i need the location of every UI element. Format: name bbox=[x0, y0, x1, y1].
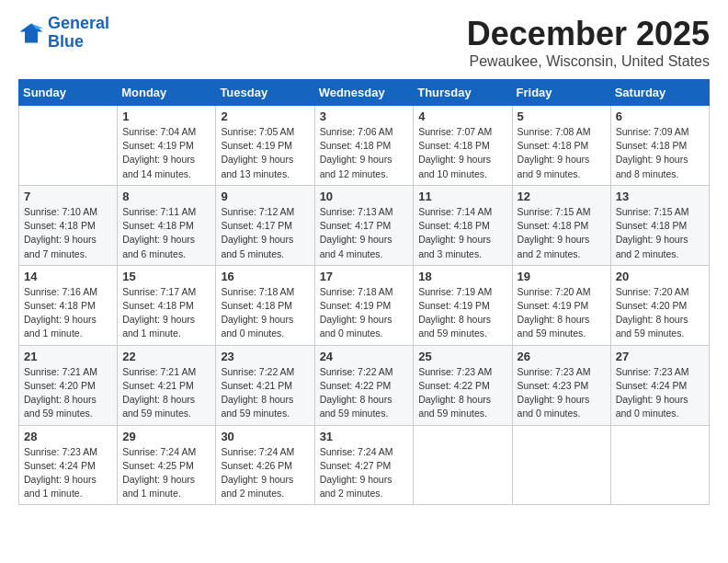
day-info: Sunrise: 7:04 AMSunset: 4:19 PMDaylight:… bbox=[122, 125, 210, 181]
day-number: 8 bbox=[122, 190, 210, 203]
day-info: Sunrise: 7:14 AMSunset: 4:18 PMDaylight:… bbox=[418, 205, 506, 261]
day-info: Sunrise: 7:20 AMSunset: 4:19 PMDaylight:… bbox=[518, 285, 606, 341]
day-number: 12 bbox=[518, 190, 606, 203]
calendar-cell: 31Sunrise: 7:24 AMSunset: 4:27 PMDayligh… bbox=[314, 425, 414, 505]
day-info: Sunrise: 7:24 AMSunset: 4:26 PMDaylight:… bbox=[221, 445, 309, 501]
day-number: 5 bbox=[518, 109, 606, 123]
day-number: 4 bbox=[418, 109, 506, 123]
day-info: Sunrise: 7:10 AMSunset: 4:18 PMDaylight:… bbox=[24, 205, 112, 261]
day-number: 24 bbox=[320, 350, 409, 363]
calendar-cell: 30Sunrise: 7:24 AMSunset: 4:26 PMDayligh… bbox=[216, 425, 314, 505]
calendar-day-header: Tuesday bbox=[216, 80, 314, 106]
calendar-week-row: 1Sunrise: 7:04 AMSunset: 4:19 PMDaylight… bbox=[19, 106, 710, 186]
day-info: Sunrise: 7:24 AMSunset: 4:27 PMDaylight:… bbox=[320, 445, 409, 501]
day-info: Sunrise: 7:21 AMSunset: 4:21 PMDaylight:… bbox=[122, 365, 210, 421]
calendar-cell: 21Sunrise: 7:21 AMSunset: 4:20 PMDayligh… bbox=[19, 345, 118, 425]
day-number: 23 bbox=[221, 350, 309, 363]
calendar-cell: 20Sunrise: 7:20 AMSunset: 4:20 PMDayligh… bbox=[610, 265, 709, 345]
page-header: GeneralBlue December 2025 Pewaukee, Wisc… bbox=[18, 15, 710, 70]
day-info: Sunrise: 7:22 AMSunset: 4:21 PMDaylight:… bbox=[221, 365, 309, 421]
day-number: 29 bbox=[122, 430, 210, 443]
calendar-cell: 19Sunrise: 7:20 AMSunset: 4:19 PMDayligh… bbox=[512, 265, 610, 345]
calendar-week-row: 14Sunrise: 7:16 AMSunset: 4:18 PMDayligh… bbox=[19, 265, 710, 345]
calendar-cell: 15Sunrise: 7:17 AMSunset: 4:18 PMDayligh… bbox=[118, 265, 216, 345]
title-area: December 2025 Pewaukee, Wisconsin, Unite… bbox=[467, 15, 710, 70]
calendar-cell: 12Sunrise: 7:15 AMSunset: 4:18 PMDayligh… bbox=[512, 185, 610, 265]
logo: GeneralBlue bbox=[18, 15, 109, 52]
day-info: Sunrise: 7:20 AMSunset: 4:20 PMDaylight:… bbox=[616, 285, 704, 341]
day-info: Sunrise: 7:15 AMSunset: 4:18 PMDaylight:… bbox=[518, 205, 606, 261]
calendar-cell bbox=[414, 425, 512, 505]
day-number: 17 bbox=[320, 270, 409, 283]
calendar-header-row: SundayMondayTuesdayWednesdayThursdayFrid… bbox=[19, 80, 710, 106]
day-info: Sunrise: 7:18 AMSunset: 4:19 PMDaylight:… bbox=[320, 285, 409, 341]
day-number: 1 bbox=[122, 109, 210, 123]
day-number: 30 bbox=[221, 430, 309, 443]
day-number: 22 bbox=[122, 350, 210, 363]
day-info: Sunrise: 7:23 AMSunset: 4:22 PMDaylight:… bbox=[418, 365, 506, 421]
day-info: Sunrise: 7:15 AMSunset: 4:18 PMDaylight:… bbox=[616, 205, 704, 261]
calendar-cell: 6Sunrise: 7:09 AMSunset: 4:18 PMDaylight… bbox=[610, 106, 709, 186]
day-info: Sunrise: 7:19 AMSunset: 4:19 PMDaylight:… bbox=[418, 285, 506, 341]
calendar-cell: 29Sunrise: 7:24 AMSunset: 4:25 PMDayligh… bbox=[118, 425, 216, 505]
calendar-cell: 24Sunrise: 7:22 AMSunset: 4:22 PMDayligh… bbox=[314, 345, 414, 425]
page-subtitle: Pewaukee, Wisconsin, United States bbox=[467, 53, 710, 70]
calendar-cell: 9Sunrise: 7:12 AMSunset: 4:17 PMDaylight… bbox=[216, 185, 314, 265]
day-info: Sunrise: 7:12 AMSunset: 4:17 PMDaylight:… bbox=[221, 205, 309, 261]
calendar-day-header: Friday bbox=[512, 80, 610, 106]
day-number: 18 bbox=[418, 270, 506, 283]
svg-marker-0 bbox=[19, 23, 42, 42]
day-info: Sunrise: 7:07 AMSunset: 4:18 PMDaylight:… bbox=[418, 125, 506, 181]
calendar-cell: 2Sunrise: 7:05 AMSunset: 4:19 PMDaylight… bbox=[216, 106, 314, 186]
calendar-cell: 11Sunrise: 7:14 AMSunset: 4:18 PMDayligh… bbox=[414, 185, 512, 265]
calendar-table: SundayMondayTuesdayWednesdayThursdayFrid… bbox=[18, 79, 710, 505]
calendar-week-row: 21Sunrise: 7:21 AMSunset: 4:20 PMDayligh… bbox=[19, 345, 710, 425]
day-number: 15 bbox=[122, 270, 210, 283]
calendar-day-header: Monday bbox=[118, 80, 216, 106]
day-number: 3 bbox=[320, 109, 409, 123]
calendar-day-header: Thursday bbox=[414, 80, 512, 106]
calendar-cell: 27Sunrise: 7:23 AMSunset: 4:24 PMDayligh… bbox=[610, 345, 709, 425]
day-number: 6 bbox=[616, 109, 704, 123]
day-info: Sunrise: 7:13 AMSunset: 4:17 PMDaylight:… bbox=[320, 205, 409, 261]
calendar-cell: 17Sunrise: 7:18 AMSunset: 4:19 PMDayligh… bbox=[314, 265, 414, 345]
day-info: Sunrise: 7:23 AMSunset: 4:23 PMDaylight:… bbox=[518, 365, 606, 421]
day-number: 27 bbox=[616, 350, 704, 363]
calendar-cell: 4Sunrise: 7:07 AMSunset: 4:18 PMDaylight… bbox=[414, 106, 512, 186]
calendar-cell: 22Sunrise: 7:21 AMSunset: 4:21 PMDayligh… bbox=[118, 345, 216, 425]
calendar-cell: 18Sunrise: 7:19 AMSunset: 4:19 PMDayligh… bbox=[414, 265, 512, 345]
calendar-cell: 1Sunrise: 7:04 AMSunset: 4:19 PMDaylight… bbox=[118, 106, 216, 186]
calendar-cell: 8Sunrise: 7:11 AMSunset: 4:18 PMDaylight… bbox=[118, 185, 216, 265]
calendar-cell bbox=[19, 106, 118, 186]
calendar-cell: 5Sunrise: 7:08 AMSunset: 4:18 PMDaylight… bbox=[512, 106, 610, 186]
day-number: 26 bbox=[518, 350, 606, 363]
day-info: Sunrise: 7:08 AMSunset: 4:18 PMDaylight:… bbox=[518, 125, 606, 181]
day-info: Sunrise: 7:24 AMSunset: 4:25 PMDaylight:… bbox=[122, 445, 210, 501]
day-number: 10 bbox=[320, 190, 409, 203]
day-info: Sunrise: 7:16 AMSunset: 4:18 PMDaylight:… bbox=[24, 285, 112, 341]
calendar-cell: 28Sunrise: 7:23 AMSunset: 4:24 PMDayligh… bbox=[19, 425, 118, 505]
day-number: 14 bbox=[24, 270, 112, 283]
day-info: Sunrise: 7:09 AMSunset: 4:18 PMDaylight:… bbox=[616, 125, 704, 181]
calendar-cell: 13Sunrise: 7:15 AMSunset: 4:18 PMDayligh… bbox=[610, 185, 709, 265]
calendar-day-header: Sunday bbox=[19, 80, 118, 106]
day-number: 19 bbox=[518, 270, 606, 283]
calendar-cell: 10Sunrise: 7:13 AMSunset: 4:17 PMDayligh… bbox=[314, 185, 414, 265]
calendar-cell bbox=[610, 425, 709, 505]
day-info: Sunrise: 7:06 AMSunset: 4:18 PMDaylight:… bbox=[320, 125, 409, 181]
day-number: 13 bbox=[616, 190, 704, 203]
day-number: 20 bbox=[616, 270, 704, 283]
day-info: Sunrise: 7:21 AMSunset: 4:20 PMDaylight:… bbox=[24, 365, 112, 421]
calendar-cell: 16Sunrise: 7:18 AMSunset: 4:18 PMDayligh… bbox=[216, 265, 314, 345]
day-info: Sunrise: 7:23 AMSunset: 4:24 PMDaylight:… bbox=[24, 445, 112, 501]
page-title: December 2025 bbox=[467, 15, 710, 53]
day-info: Sunrise: 7:22 AMSunset: 4:22 PMDaylight:… bbox=[320, 365, 409, 421]
day-info: Sunrise: 7:17 AMSunset: 4:18 PMDaylight:… bbox=[122, 285, 210, 341]
day-info: Sunrise: 7:11 AMSunset: 4:18 PMDaylight:… bbox=[122, 205, 210, 261]
day-number: 25 bbox=[418, 350, 506, 363]
day-number: 28 bbox=[24, 430, 112, 443]
day-number: 2 bbox=[221, 109, 309, 123]
logo-icon bbox=[18, 20, 44, 46]
calendar-week-row: 7Sunrise: 7:10 AMSunset: 4:18 PMDaylight… bbox=[19, 185, 710, 265]
day-number: 21 bbox=[24, 350, 112, 363]
